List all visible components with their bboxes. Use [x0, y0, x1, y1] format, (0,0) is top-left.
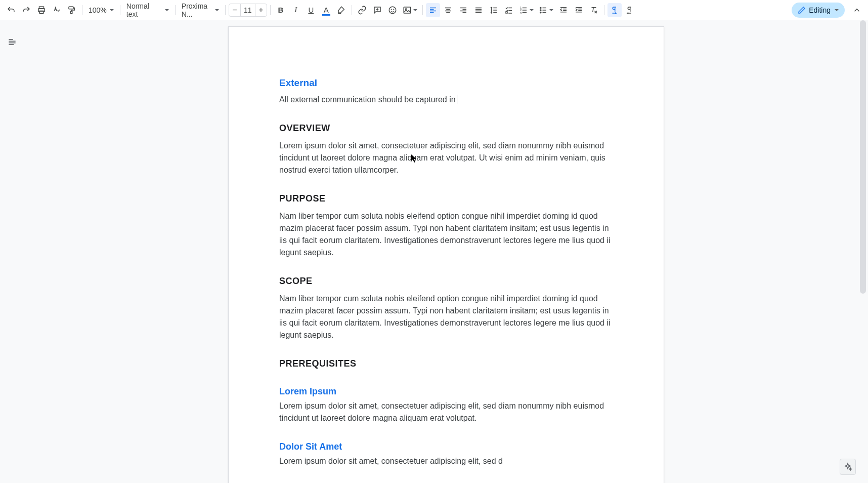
align-center-button[interactable] — [441, 3, 455, 17]
link-icon — [358, 6, 367, 15]
doc-section[interactable]: PREREQUISITES — [279, 358, 613, 369]
doc-section[interactable]: ExternalAll external communication shoul… — [279, 77, 613, 106]
bulleted-list-button[interactable] — [537, 3, 555, 17]
svg-point-6 — [391, 9, 392, 10]
explore-button[interactable] — [840, 459, 856, 475]
editing-mode-button[interactable]: Editing — [792, 3, 845, 18]
align-right-icon — [459, 6, 468, 15]
doc-section[interactable]: Dolor Sit AmetLorem ipsum dolor sit amet… — [279, 441, 613, 467]
scrollbar-track[interactable] — [860, 20, 866, 483]
section-heading[interactable]: PURPOSE — [279, 193, 613, 204]
ltr-icon — [610, 6, 619, 15]
svg-rect-8 — [404, 7, 411, 13]
redo-button[interactable] — [19, 3, 33, 17]
section-heading[interactable]: Dolor Sit Amet — [279, 441, 613, 452]
editing-mode-label: Editing — [809, 6, 831, 14]
separator — [175, 5, 176, 15]
chevron-down-icon — [215, 9, 219, 11]
italic-button[interactable]: I — [289, 3, 303, 17]
section-body[interactable]: Nam liber tempor cum soluta nobis eleife… — [279, 293, 613, 341]
styles-dropdown[interactable]: Normal text — [123, 3, 172, 17]
insert-image-button[interactable] — [401, 3, 419, 17]
redo-icon — [22, 6, 31, 15]
comment-icon — [373, 6, 382, 15]
ltr-button[interactable] — [607, 3, 622, 17]
line-spacing-button[interactable] — [487, 3, 501, 17]
text-color-button[interactable]: A — [319, 3, 333, 17]
pencil-icon — [798, 6, 806, 14]
clear-formatting-button[interactable] — [587, 3, 601, 17]
rtl-button[interactable] — [623, 3, 637, 17]
zoom-value: 100% — [89, 6, 107, 14]
print-button[interactable] — [34, 3, 49, 17]
separator — [120, 5, 120, 15]
doc-section[interactable]: Lorem IpsumLorem ipsum dolor sit amet, c… — [279, 386, 613, 424]
chevron-up-icon — [852, 6, 861, 15]
decrease-font-size-button[interactable]: − — [229, 4, 240, 16]
section-heading[interactable]: SCOPE — [279, 276, 613, 287]
line-spacing-icon — [489, 6, 498, 15]
decrease-indent-button[interactable] — [556, 3, 571, 17]
add-comment-button[interactable] — [370, 3, 384, 17]
outline-icon — [7, 37, 17, 47]
paint-format-button[interactable] — [65, 3, 79, 17]
explore-icon — [843, 462, 852, 471]
align-justify-button[interactable] — [471, 3, 486, 17]
separator — [352, 5, 352, 15]
content-area: ExternalAll external communication shoul… — [0, 20, 868, 483]
highlight-color-button[interactable] — [334, 3, 349, 17]
svg-point-41 — [540, 12, 541, 13]
align-justify-icon — [474, 6, 483, 15]
separator — [82, 5, 82, 15]
section-heading[interactable]: PREREQUISITES — [279, 358, 613, 369]
toolbar: 100% Normal text Proxima N... − 11 + B I… — [0, 0, 868, 20]
svg-point-5 — [389, 7, 396, 14]
section-body[interactable]: Lorem ipsum dolor sit amet, consectetuer… — [279, 455, 613, 467]
align-left-icon — [428, 6, 438, 15]
section-body[interactable]: Nam liber tempor cum soluta nobis eleife… — [279, 210, 613, 259]
collapse-toolbar-button[interactable] — [850, 3, 864, 17]
insert-link-button[interactable] — [355, 3, 369, 17]
section-body[interactable]: Lorem ipsum dolor sit amet, consectetuer… — [279, 400, 613, 424]
show-outline-button[interactable] — [5, 34, 20, 50]
section-body[interactable]: All external communication should be cap… — [279, 94, 613, 106]
chevron-down-icon — [110, 9, 114, 11]
font-size-value[interactable]: 11 — [240, 4, 255, 16]
underline-button[interactable]: U — [304, 3, 318, 17]
separator — [422, 5, 423, 15]
checklist-button[interactable] — [502, 3, 516, 17]
font-name: Proxima N... — [182, 2, 212, 18]
align-right-button[interactable] — [456, 3, 470, 17]
bold-button[interactable]: B — [274, 3, 288, 17]
spellcheck-button[interactable] — [50, 3, 64, 17]
section-heading[interactable]: OVERVIEW — [279, 123, 613, 134]
svg-rect-31 — [506, 12, 507, 13]
align-center-icon — [444, 6, 453, 15]
print-icon — [37, 6, 46, 15]
separator — [270, 5, 271, 15]
document-page[interactable]: ExternalAll external communication shoul… — [228, 26, 664, 483]
numbered-list-icon: 123 — [519, 6, 528, 15]
image-icon — [403, 6, 412, 15]
section-heading[interactable]: Lorem Ipsum — [279, 386, 613, 397]
numbered-list-button[interactable]: 123 — [517, 3, 536, 17]
insert-emoji-button[interactable] — [385, 3, 400, 17]
doc-section[interactable]: SCOPENam liber tempor cum soluta nobis e… — [279, 276, 613, 341]
chevron-down-icon — [530, 9, 534, 11]
section-heading[interactable]: External — [279, 77, 613, 89]
decrease-indent-icon — [559, 6, 568, 15]
scrollbar-thumb[interactable] — [860, 20, 866, 294]
doc-section[interactable]: PURPOSENam liber tempor cum soluta nobis… — [279, 193, 613, 259]
undo-button[interactable] — [4, 3, 18, 17]
document-canvas[interactable]: ExternalAll external communication shoul… — [24, 20, 868, 483]
increase-font-size-button[interactable]: + — [255, 4, 267, 16]
left-sidebar — [0, 20, 24, 483]
doc-section[interactable]: OVERVIEWLorem ipsum dolor sit amet, cons… — [279, 123, 613, 176]
align-left-button[interactable] — [426, 3, 440, 17]
undo-icon — [7, 6, 16, 15]
svg-point-7 — [394, 9, 394, 10]
zoom-dropdown[interactable]: 100% — [85, 3, 117, 17]
font-dropdown[interactable]: Proxima N... — [179, 3, 222, 17]
section-body[interactable]: Lorem ipsum dolor sit amet, consectetuer… — [279, 140, 613, 176]
increase-indent-button[interactable] — [572, 3, 586, 17]
